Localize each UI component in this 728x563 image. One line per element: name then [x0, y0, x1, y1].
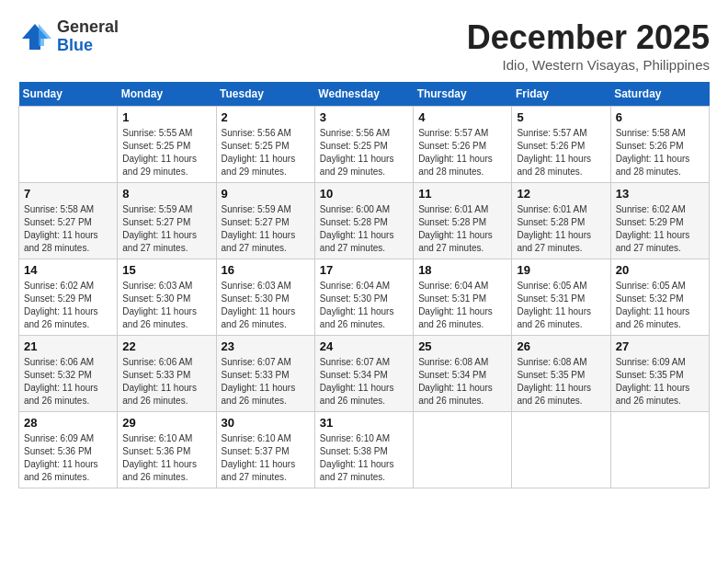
day-number: 23	[222, 339, 310, 353]
day-info: Sunrise: 6:06 AMSunset: 5:33 PMDaylight:…	[122, 356, 210, 408]
day-info: Sunrise: 6:07 AMSunset: 5:34 PMDaylight:…	[320, 356, 408, 408]
day-info: Sunrise: 6:06 AMSunset: 5:32 PMDaylight:…	[24, 356, 112, 408]
day-info: Sunrise: 6:01 AMSunset: 5:28 PMDaylight:…	[517, 203, 605, 255]
calendar-cell: 31Sunrise: 6:10 AMSunset: 5:38 PMDayligh…	[314, 412, 413, 488]
weekday-header-wednesday: Wednesday	[314, 82, 413, 107]
day-info: Sunrise: 5:57 AMSunset: 5:26 PMDaylight:…	[418, 127, 506, 178]
calendar-cell: 16Sunrise: 6:03 AMSunset: 5:30 PMDayligh…	[216, 259, 314, 336]
calendar-cell: 3Sunrise: 5:56 AMSunset: 5:25 PMDaylight…	[314, 107, 413, 183]
calendar-cell	[19, 107, 118, 183]
day-info: Sunrise: 5:56 AMSunset: 5:25 PMDaylight:…	[320, 127, 408, 178]
day-number: 14	[24, 263, 112, 277]
month-title: December 2025	[467, 18, 710, 57]
calendar-cell: 21Sunrise: 6:06 AMSunset: 5:32 PMDayligh…	[19, 336, 118, 412]
day-info: Sunrise: 6:04 AMSunset: 5:31 PMDaylight:…	[418, 280, 506, 331]
calendar-cell: 28Sunrise: 6:09 AMSunset: 5:36 PMDayligh…	[19, 412, 118, 488]
weekday-header-sunday: Sunday	[19, 82, 118, 107]
week-row-1: 1Sunrise: 5:55 AMSunset: 5:25 PMDaylight…	[19, 107, 710, 183]
calendar-cell: 13Sunrise: 6:02 AMSunset: 5:29 PMDayligh…	[610, 183, 709, 259]
day-info: Sunrise: 6:08 AMSunset: 5:34 PMDaylight:…	[418, 356, 506, 408]
calendar-cell: 6Sunrise: 5:58 AMSunset: 5:26 PMDaylight…	[610, 107, 709, 183]
day-number: 2	[222, 110, 310, 124]
day-number: 31	[320, 416, 408, 430]
day-number: 8	[122, 187, 210, 201]
week-row-2: 7Sunrise: 5:58 AMSunset: 5:27 PMDaylight…	[19, 183, 710, 259]
day-info: Sunrise: 6:03 AMSunset: 5:30 PMDaylight:…	[222, 280, 310, 331]
logo-text: General Blue	[57, 18, 119, 55]
calendar-cell: 14Sunrise: 6:02 AMSunset: 5:29 PMDayligh…	[19, 259, 118, 336]
calendar-cell	[512, 412, 610, 488]
day-number: 12	[517, 187, 605, 201]
day-info: Sunrise: 6:08 AMSunset: 5:35 PMDaylight:…	[517, 356, 605, 408]
calendar-cell: 25Sunrise: 6:08 AMSunset: 5:34 PMDayligh…	[414, 336, 512, 412]
day-number: 10	[320, 187, 408, 201]
day-number: 17	[320, 263, 408, 277]
day-info: Sunrise: 6:02 AMSunset: 5:29 PMDaylight:…	[616, 203, 704, 255]
day-number: 1	[122, 110, 210, 124]
day-number: 11	[418, 187, 506, 201]
calendar-cell: 26Sunrise: 6:08 AMSunset: 5:35 PMDayligh…	[512, 336, 610, 412]
day-info: Sunrise: 6:10 AMSunset: 5:38 PMDaylight:…	[320, 432, 408, 484]
weekday-header-monday: Monday	[118, 82, 216, 107]
calendar-cell: 8Sunrise: 5:59 AMSunset: 5:27 PMDaylight…	[118, 183, 216, 259]
calendar-cell: 23Sunrise: 6:07 AMSunset: 5:33 PMDayligh…	[216, 336, 314, 412]
day-info: Sunrise: 6:01 AMSunset: 5:28 PMDaylight:…	[418, 203, 506, 255]
calendar-cell: 2Sunrise: 5:56 AMSunset: 5:25 PMDaylight…	[216, 107, 314, 183]
day-number: 6	[616, 110, 704, 124]
calendar-cell: 29Sunrise: 6:10 AMSunset: 5:36 PMDayligh…	[118, 412, 216, 488]
calendar-cell: 10Sunrise: 6:00 AMSunset: 5:28 PMDayligh…	[314, 183, 413, 259]
day-number: 5	[517, 110, 605, 124]
day-number: 26	[517, 339, 605, 353]
day-info: Sunrise: 6:03 AMSunset: 5:30 PMDaylight:…	[122, 280, 210, 331]
day-info: Sunrise: 5:58 AMSunset: 5:26 PMDaylight:…	[616, 127, 704, 178]
calendar-cell: 17Sunrise: 6:04 AMSunset: 5:30 PMDayligh…	[314, 259, 413, 336]
day-number: 27	[616, 339, 704, 353]
calendar-table: SundayMondayTuesdayWednesdayThursdayFrid…	[18, 82, 710, 488]
weekday-header-row: SundayMondayTuesdayWednesdayThursdayFrid…	[19, 82, 710, 107]
day-info: Sunrise: 5:59 AMSunset: 5:27 PMDaylight:…	[222, 203, 310, 255]
day-number: 16	[222, 263, 310, 277]
day-info: Sunrise: 6:05 AMSunset: 5:32 PMDaylight:…	[616, 280, 704, 331]
week-row-3: 14Sunrise: 6:02 AMSunset: 5:29 PMDayligh…	[19, 259, 710, 336]
day-number: 20	[616, 263, 704, 277]
day-info: Sunrise: 6:02 AMSunset: 5:29 PMDaylight:…	[24, 280, 112, 331]
day-info: Sunrise: 5:57 AMSunset: 5:26 PMDaylight:…	[517, 127, 605, 178]
calendar-cell: 24Sunrise: 6:07 AMSunset: 5:34 PMDayligh…	[314, 336, 413, 412]
day-number: 4	[418, 110, 506, 124]
calendar-cell: 11Sunrise: 6:01 AMSunset: 5:28 PMDayligh…	[414, 183, 512, 259]
day-number: 22	[122, 339, 210, 353]
day-info: Sunrise: 6:10 AMSunset: 5:36 PMDaylight:…	[122, 432, 210, 484]
calendar-cell: 27Sunrise: 6:09 AMSunset: 5:35 PMDayligh…	[610, 336, 709, 412]
calendar-cell: 22Sunrise: 6:06 AMSunset: 5:33 PMDayligh…	[118, 336, 216, 412]
day-number: 18	[418, 263, 506, 277]
calendar-cell: 9Sunrise: 5:59 AMSunset: 5:27 PMDaylight…	[216, 183, 314, 259]
day-info: Sunrise: 6:09 AMSunset: 5:36 PMDaylight:…	[24, 432, 112, 484]
day-info: Sunrise: 6:00 AMSunset: 5:28 PMDaylight:…	[320, 203, 408, 255]
day-number: 24	[320, 339, 408, 353]
calendar-cell: 4Sunrise: 5:57 AMSunset: 5:26 PMDaylight…	[414, 107, 512, 183]
day-number: 13	[616, 187, 704, 201]
calendar-cell	[414, 412, 512, 488]
header: General Blue December 2025 Idio, Western…	[18, 18, 710, 73]
day-number: 30	[222, 416, 310, 430]
calendar-cell: 7Sunrise: 5:58 AMSunset: 5:27 PMDaylight…	[19, 183, 118, 259]
day-number: 7	[24, 187, 112, 201]
day-info: Sunrise: 6:09 AMSunset: 5:35 PMDaylight:…	[616, 356, 704, 408]
calendar-cell: 1Sunrise: 5:55 AMSunset: 5:25 PMDaylight…	[118, 107, 216, 183]
day-number: 3	[320, 110, 408, 124]
day-info: Sunrise: 6:05 AMSunset: 5:31 PMDaylight:…	[517, 280, 605, 331]
calendar-cell: 5Sunrise: 5:57 AMSunset: 5:26 PMDaylight…	[512, 107, 610, 183]
calendar-cell: 12Sunrise: 6:01 AMSunset: 5:28 PMDayligh…	[512, 183, 610, 259]
day-info: Sunrise: 6:04 AMSunset: 5:30 PMDaylight:…	[320, 280, 408, 331]
day-number: 19	[517, 263, 605, 277]
location: Idio, Western Visayas, Philippines	[467, 57, 710, 73]
day-info: Sunrise: 5:58 AMSunset: 5:27 PMDaylight:…	[24, 203, 112, 255]
day-info: Sunrise: 5:56 AMSunset: 5:25 PMDaylight:…	[222, 127, 310, 178]
svg-marker-1	[39, 24, 51, 46]
day-number: 15	[122, 263, 210, 277]
calendar-cell: 19Sunrise: 6:05 AMSunset: 5:31 PMDayligh…	[512, 259, 610, 336]
logo-icon	[18, 20, 51, 53]
calendar-cell	[610, 412, 709, 488]
title-area: December 2025 Idio, Western Visayas, Phi…	[467, 18, 710, 73]
weekday-header-thursday: Thursday	[414, 82, 512, 107]
